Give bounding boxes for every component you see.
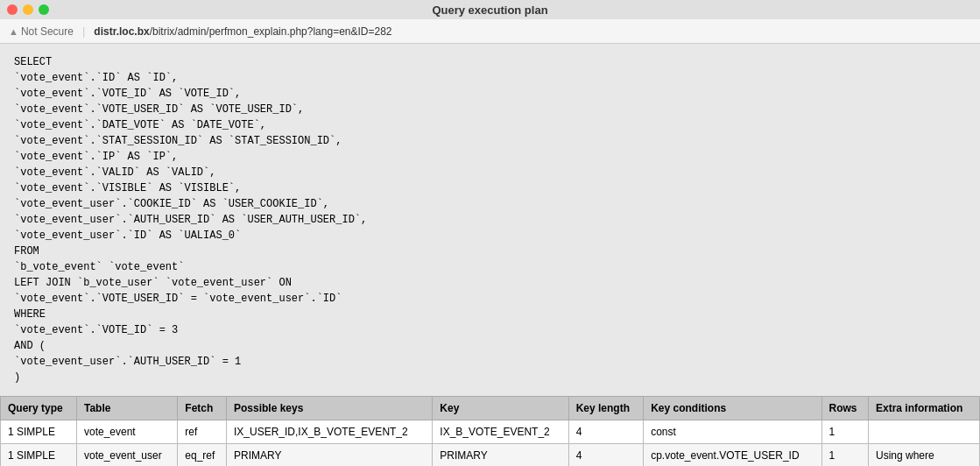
- sql-display: SELECT `vote_event`.`ID` AS `ID`, `vote_…: [0, 44, 980, 396]
- table-cell: 4: [568, 444, 643, 467]
- table-cell: 1: [821, 420, 868, 444]
- table-cell: const: [644, 420, 821, 444]
- table-header: Rows: [821, 397, 868, 420]
- sql-line: `vote_event`.`VOTE_USER_ID` = `vote_even…: [14, 291, 966, 307]
- maximize-button[interactable]: [39, 4, 49, 15]
- sql-line: AND (: [14, 338, 966, 354]
- sql-line: `vote_event_user`.`AUTH_USER_ID` = 1: [14, 354, 966, 370]
- sql-line: `vote_event_user`.`ID` AS `UALIAS_0`: [14, 228, 966, 244]
- minimize-button[interactable]: [23, 4, 33, 15]
- results-table: Query typeTableFetchPossible keysKeyKey …: [0, 396, 980, 466]
- url-bar[interactable]: distr.loc.bx/bitrix/admin/perfmon_explai…: [94, 25, 391, 38]
- sql-line: SELECT: [14, 54, 966, 70]
- table-cell: PRIMARY: [226, 444, 432, 467]
- url-domain: distr.loc.bx: [94, 25, 149, 38]
- not-secure-indicator: ▲ Not Secure: [9, 25, 74, 38]
- table-header: Key length: [568, 397, 643, 420]
- sql-line: WHERE: [14, 307, 966, 322]
- table-header: Query type: [1, 397, 77, 420]
- traffic-lights: [7, 4, 49, 15]
- sql-line: `vote_event_user`.`COOKIE_ID` AS `USER_C…: [14, 196, 966, 212]
- sql-line: `vote_event`.`VOTE_ID` AS `VOTE_ID`,: [14, 86, 966, 102]
- sql-line: ): [14, 370, 966, 385]
- sql-line: FROM: [14, 244, 966, 259]
- table-cell: 1: [821, 444, 868, 467]
- table-header: Fetch: [178, 397, 227, 420]
- sql-line: `b_vote_event` `vote_event`: [14, 259, 966, 275]
- warning-icon: ▲: [9, 26, 18, 37]
- window-title: Query execution plan: [432, 4, 547, 17]
- table-cell: 1 SIMPLE: [1, 420, 77, 444]
- address-bar: ▲ Not Secure | distr.loc.bx/bitrix/admin…: [0, 19, 980, 44]
- table-cell: [869, 420, 980, 444]
- sql-line: `vote_event`.`IP` AS `IP`,: [14, 149, 966, 165]
- sql-line: `vote_event_user`.`AUTH_USER_ID` AS `USE…: [14, 212, 966, 228]
- sql-line: `vote_event`.`ID` AS `ID`,: [14, 70, 966, 86]
- table-cell: vote_event: [76, 420, 177, 444]
- sql-line: `vote_event`.`VISIBLE` AS `VISIBLE`,: [14, 180, 966, 196]
- table-cell: IX_USER_ID,IX_B_VOTE_EVENT_2: [226, 420, 432, 444]
- table-cell: PRIMARY: [433, 444, 568, 467]
- sql-line: `vote_event`.`VOTE_ID` = 3: [14, 322, 966, 338]
- table-cell: Using where: [869, 444, 980, 467]
- table-header: Key conditions: [644, 397, 821, 420]
- url-path: /bitrix/admin/perfmon_explain.php?lang=e…: [150, 25, 392, 38]
- table-cell: 1 SIMPLE: [1, 444, 77, 467]
- table-cell: IX_B_VOTE_EVENT_2: [433, 420, 568, 444]
- not-secure-label: Not Secure: [21, 25, 74, 38]
- separator: |: [82, 25, 85, 38]
- sql-line: `vote_event`.`VALID` AS `VALID`,: [14, 165, 966, 180]
- close-button[interactable]: [7, 4, 18, 15]
- title-bar: Query execution plan: [0, 0, 980, 19]
- table-header: Table: [76, 397, 177, 420]
- sql-line: LEFT JOIN `b_vote_user` `vote_event_user…: [14, 275, 966, 291]
- sql-line: `vote_event`.`VOTE_USER_ID` AS `VOTE_USE…: [14, 102, 966, 117]
- sql-line: `vote_event`.`DATE_VOTE` AS `DATE_VOTE`,: [14, 117, 966, 133]
- table-header: Possible keys: [226, 397, 432, 420]
- table-cell: vote_event_user: [76, 444, 177, 467]
- sql-line: `vote_event`.`STAT_SESSION_ID` AS `STAT_…: [14, 133, 966, 149]
- table-cell: 4: [568, 420, 643, 444]
- table-header: Key: [433, 397, 568, 420]
- table-row: 1 SIMPLEvote_eventrefIX_USER_ID,IX_B_VOT…: [1, 420, 980, 444]
- table-header: Extra information: [869, 397, 980, 420]
- table-row: 1 SIMPLEvote_event_usereq_refPRIMARYPRIM…: [1, 444, 980, 467]
- table-cell: cp.vote_event.VOTE_USER_ID: [644, 444, 821, 467]
- table-cell: eq_ref: [178, 444, 227, 467]
- table-cell: ref: [178, 420, 227, 444]
